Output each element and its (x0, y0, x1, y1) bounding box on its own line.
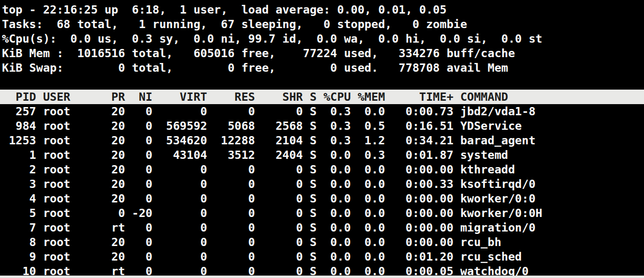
summary-line-swap: KiB Swap: 0 total, 0 free, 0 used. 77870… (0, 61, 644, 75)
table-row: 984 root 20 0 569592 5068 2568 S 0.3 0.5… (0, 119, 644, 133)
summary-line-cpu: %Cpu(s): 0.0 us, 0.3 sy, 0.0 ni, 99.7 id… (0, 31, 644, 46)
bottom-strip (0, 276, 644, 278)
blank-line (0, 75, 644, 90)
table-row: 2 root 20 0 0 0 0 S 0.0 0.0 0:00.00 kthr… (0, 162, 644, 177)
table-row: 7 root rt 0 0 0 0 S 0.0 0.0 0:00.00 migr… (0, 220, 644, 235)
table-row: 9 root 20 0 0 0 0 S 0.0 0.0 0:01.20 rcu_… (0, 249, 644, 264)
terminal-window[interactable]: top - 22:16:25 up 6:18, 1 user, load ave… (0, 0, 644, 278)
table-row: 3 root 20 0 0 0 0 S 0.0 0.0 0:00.33 ksof… (0, 177, 644, 191)
table-row: 8 root 20 0 0 0 0 S 0.0 0.0 0:00.00 rcu_… (0, 235, 644, 249)
process-table: 257 root 20 0 0 0 0 S 0.3 0.0 0:00.73 jb… (0, 104, 644, 278)
table-row: 1253 root 20 0 534620 12288 2104 S 0.3 1… (0, 133, 644, 148)
terminal-screen: top - 22:16:25 up 6:18, 1 user, load ave… (0, 0, 644, 278)
table-row: 4 root 20 0 0 0 0 S 0.0 0.0 0:00.00 kwor… (0, 191, 644, 206)
summary-line-tasks: Tasks: 68 total, 1 running, 67 sleeping,… (0, 17, 644, 31)
table-header-row: PID USER PR NI VIRT RES SHR S %CPU %MEM … (0, 90, 644, 104)
table-row: 5 root 0 -20 0 0 0 S 0.0 0.0 0:00.00 kwo… (0, 206, 644, 220)
table-row: 1 root 20 0 43104 3512 2404 S 0.0 0.3 0:… (0, 148, 644, 162)
summary-line-mem: KiB Mem : 1016516 total, 605016 free, 77… (0, 46, 644, 61)
table-row: 257 root 20 0 0 0 0 S 0.3 0.0 0:00.73 jb… (0, 104, 644, 119)
summary-line-uptime: top - 22:16:25 up 6:18, 1 user, load ave… (0, 2, 644, 17)
